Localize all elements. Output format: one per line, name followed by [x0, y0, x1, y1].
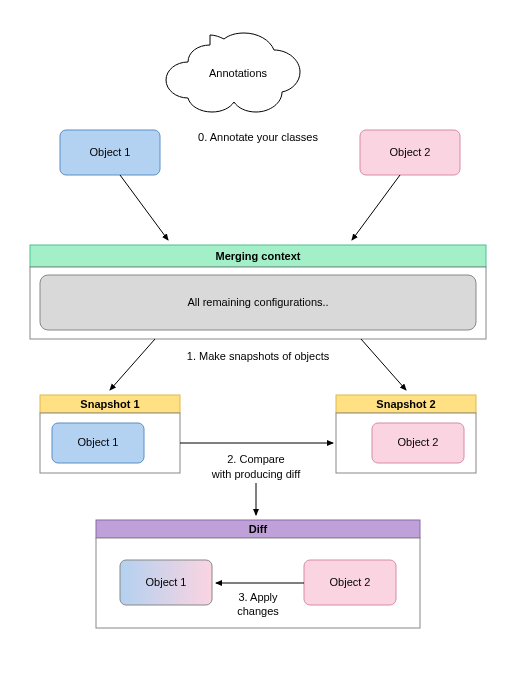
diff-object-1-label: Object 1: [146, 576, 187, 588]
arrow-context-to-snap1: [110, 339, 155, 390]
diff-object-2-label: Object 2: [330, 576, 371, 588]
snapshot-2-title: Snapshot 2: [376, 398, 435, 410]
snapshot-2-object-label: Object 2: [398, 436, 439, 448]
annotations-cloud: Annotations: [166, 33, 300, 112]
step-3-label-b: changes: [237, 605, 279, 617]
step-3-label-a: 3. Apply: [238, 591, 278, 603]
snapshot-1-block: Snapshot 1 Object 1: [40, 395, 180, 473]
merging-context-body: All remaining configurations..: [187, 296, 328, 308]
diff-block: Diff Object 1 Object 2 3. Apply changes: [96, 520, 420, 628]
object-1-label: Object 1: [90, 146, 131, 158]
snapshot-1-object-label: Object 1: [78, 436, 119, 448]
diagram-canvas: Annotations 0. Annotate your classes Obj…: [0, 0, 516, 679]
arrow-obj2-to-context: [352, 175, 400, 240]
annotations-label: Annotations: [209, 67, 268, 79]
snapshot-1-title: Snapshot 1: [80, 398, 139, 410]
step-1-label: 1. Make snapshots of objects: [187, 350, 330, 362]
step-0-label: 0. Annotate your classes: [198, 131, 318, 143]
object-2-box: Object 2: [360, 130, 460, 175]
snapshot-2-block: Snapshot 2 Object 2: [336, 395, 476, 473]
arrow-context-to-snap2: [361, 339, 406, 390]
diff-title: Diff: [249, 523, 268, 535]
object-1-box: Object 1: [60, 130, 160, 175]
step-2-label-a: 2. Compare: [227, 453, 284, 465]
merging-context-block: Merging context All remaining configurat…: [30, 245, 486, 339]
arrow-obj1-to-context: [120, 175, 168, 240]
object-2-label: Object 2: [390, 146, 431, 158]
merging-context-title: Merging context: [216, 250, 301, 262]
step-2-label-b: with producing diff: [211, 468, 301, 480]
